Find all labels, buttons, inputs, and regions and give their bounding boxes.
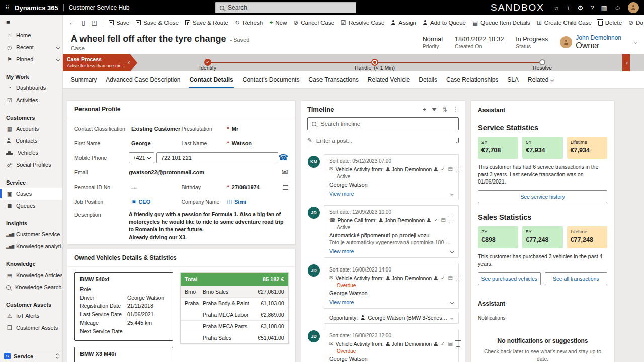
chevron-down-icon[interactable] — [450, 249, 454, 253]
refresh-button[interactable]: ↻Refresh — [232, 18, 266, 28]
assign-icon[interactable] — [434, 167, 438, 171]
view-more-link[interactable]: View more — [329, 299, 354, 305]
see-all-transactions-button[interactable]: See all transactions — [545, 272, 608, 285]
resolve-case-button[interactable]: ☑Resolve Case — [338, 18, 387, 28]
open-record-icon[interactable]: ▤ — [441, 218, 446, 223]
vehicle-card[interactable]: BMW X3 M40i Role DriverGeorge Watson Reg… — [74, 347, 173, 362]
view-more-link[interactable]: View more — [329, 248, 354, 254]
see-purchased-vehicles-button[interactable]: See purchased vehicles — [478, 272, 541, 285]
timeline-entry[interactable]: JD Sort date: 16/08/2023 14:00 ✉ Vehicle… — [324, 263, 459, 309]
sidebar-item-iot-alerts[interactable]: ⚠ IoT Alerts — [0, 310, 62, 322]
save-and-close-button[interactable]: Save & Close — [133, 18, 182, 28]
delete-icon[interactable] — [456, 342, 460, 347]
field-value[interactable]: 27/08/1974 — [232, 184, 260, 190]
tab-case-relationships[interactable]: Case Relationships — [442, 71, 502, 88]
vehicle-card[interactable]: BMW 540xi Role DriverGeorge Watson Regis… — [74, 272, 173, 341]
close-activity-check-icon[interactable]: ✓ — [441, 276, 445, 281]
tab-contact-details[interactable]: Contact Details — [185, 71, 237, 88]
timeline-search-input[interactable]: Search timeline — [307, 117, 459, 130]
phone-country-select[interactable]: +421 — [129, 152, 154, 163]
open-record-icon[interactable]: ▤ — [448, 167, 452, 172]
queue-item-details-button[interactable]: ▤Queue Item Details — [469, 18, 533, 28]
timeline-more-commands-icon[interactable]: ⋮ — [453, 107, 459, 113]
filter-funnel-icon[interactable] — [432, 108, 437, 111]
field-value[interactable]: Existing Customer — [131, 126, 180, 132]
tab-summary[interactable]: Summary — [67, 71, 101, 88]
attachment-paperclip-icon[interactable] — [456, 138, 459, 143]
lightbulb-icon[interactable]: ☼ — [553, 5, 559, 11]
save-and-route-button[interactable]: Save & Route — [182, 18, 231, 28]
field-birthday[interactable]: Birthday * 27/08/1974 — [182, 184, 289, 190]
calendar-icon[interactable] — [283, 185, 288, 190]
field-value[interactable]: George — [131, 140, 151, 146]
sidebar-item-dashboards[interactable]: ◔ Dashboards — [0, 82, 62, 94]
owner-name-link[interactable]: John Demoinnon — [576, 34, 621, 41]
field-presalutation[interactable]: Presalutation * Mr — [182, 126, 289, 132]
sidebar-item-recent[interactable]: ◷ Recent — [0, 41, 62, 53]
email-value[interactable]: gwatson22@protonmail.com — [129, 169, 204, 175]
description-value[interactable]: A friendly guy with a passion for Formul… — [129, 211, 288, 241]
global-search-input[interactable]: Search — [215, 2, 356, 13]
timeline-entry[interactable]: JD Sort date: 12/09/2023 10:00 ☎ Phone C… — [324, 205, 459, 258]
quick-create-plus-icon[interactable]: + — [567, 5, 571, 11]
new-button[interactable]: +New — [266, 18, 290, 28]
chevron-down-icon[interactable] — [450, 192, 454, 195]
bpf-next-stage-button[interactable] — [622, 54, 630, 71]
activity-actor[interactable]: John Demoinnon — [392, 275, 432, 281]
sidebar-item-knowledge-search[interactable]: Knowledge Search — [0, 281, 62, 293]
sidebar-item-customer-assets[interactable]: ❒ Customer Assets — [0, 322, 62, 334]
field-first-name[interactable]: First Name George — [74, 140, 182, 146]
sidebar-item-knowledge-articles[interactable]: ▤ Knowledge Articles — [0, 269, 62, 281]
field-contact-classification[interactable]: Contact Classification Existing Customer — [74, 126, 182, 132]
field-job-position[interactable]: Job Position ▣CEO — [74, 199, 182, 205]
field-value[interactable]: Watson — [232, 140, 252, 146]
back-button[interactable]: ← — [66, 18, 78, 28]
see-service-history-button[interactable]: See service history — [478, 190, 607, 203]
bpf-stage-resolve-label[interactable]: Resolve — [533, 65, 552, 71]
close-activity-check-icon[interactable]: ✓ — [434, 218, 438, 223]
mobile-phone-input[interactable]: 722 101 221 — [156, 152, 278, 163]
help-icon[interactable]: ? — [590, 5, 594, 11]
open-record-icon[interactable]: ▤ — [448, 341, 452, 346]
job-position-link[interactable]: ▣CEO — [131, 199, 150, 205]
close-activity-check-icon[interactable]: ✓ — [441, 341, 445, 346]
call-phone-icon[interactable]: ☎ — [278, 154, 288, 162]
assign-icon[interactable] — [434, 276, 438, 280]
delete-icon[interactable] — [449, 218, 453, 223]
app-module-name[interactable]: Customer Service Hub — [69, 4, 130, 11]
field-last-name[interactable]: Last Name * Watson — [182, 140, 289, 146]
sidebar-item-contacts[interactable]: Contacts — [0, 135, 62, 147]
open-record-icon[interactable]: ▤ — [448, 276, 452, 281]
sidebar-item-knowledge-analytics[interactable]: ▂▅▇ Knowledge analyti... — [0, 240, 62, 252]
sidebar-item-activities[interactable]: ☑ Activities — [0, 94, 62, 106]
timeline-entry[interactable]: KM Sort date: 05/12/2023 07:00 ✉ Vehicle… — [324, 154, 459, 200]
bpf-stage-handle-label[interactable]: Handle(< 1 Min) — [355, 65, 395, 71]
field-value[interactable]: Mr — [232, 126, 238, 132]
sidebar-item-vehicles[interactable]: Vehicles — [0, 147, 62, 159]
post-composer[interactable]: ✎ Enter a post... — [307, 133, 459, 148]
show-as-button[interactable]: ▯ — [78, 18, 88, 28]
device-icon[interactable]: ▥ — [601, 5, 607, 11]
timeline-opportunity-row[interactable]: Opportunity: George Watson (BMW 3-Series… — [324, 312, 459, 324]
popout-button[interactable]: ◳ — [89, 18, 100, 28]
field-company-name[interactable]: Company Name ◫Simi — [182, 199, 289, 205]
add-to-queue-button[interactable]: Add to Queue — [420, 18, 469, 28]
create-timeline-record-plus-icon[interactable]: + — [423, 107, 426, 113]
tab-sla[interactable]: SLA — [503, 71, 523, 88]
sidebar-item-cases[interactable]: ▣ Cases — [0, 188, 62, 200]
do-not-decrement-button[interactable]: ⊘Do Not Decrement En... — [625, 18, 644, 28]
tab-related-vehicle[interactable]: Related Vehicle — [364, 71, 414, 88]
collapse-header-chevron-icon[interactable] — [634, 40, 637, 44]
activity-actor[interactable]: John Demoinnon — [392, 341, 432, 347]
app-launcher-waffle-icon[interactable]: ⠿ — [5, 5, 10, 11]
save-button[interactable]: Save — [106, 18, 132, 28]
sort-icon[interactable]: ⇅ — [442, 107, 447, 113]
sidebar-item-queues[interactable]: ≣ Queues — [0, 200, 62, 212]
tab-case-transactions[interactable]: Case Transactions — [304, 71, 362, 88]
bpf-active-stage-flag[interactable]: Case Process Active for less than one mi… — [63, 54, 137, 71]
delete-icon[interactable] — [456, 276, 460, 281]
chevron-down-icon[interactable] — [450, 316, 454, 319]
timeline-entry[interactable]: JD Sort date: 16/08/2023 12:00 ✉ Vehicle… — [324, 329, 459, 362]
email-icon[interactable]: ✉ — [282, 168, 288, 176]
field-personal-id[interactable]: Personal ID No. --- — [74, 184, 182, 190]
